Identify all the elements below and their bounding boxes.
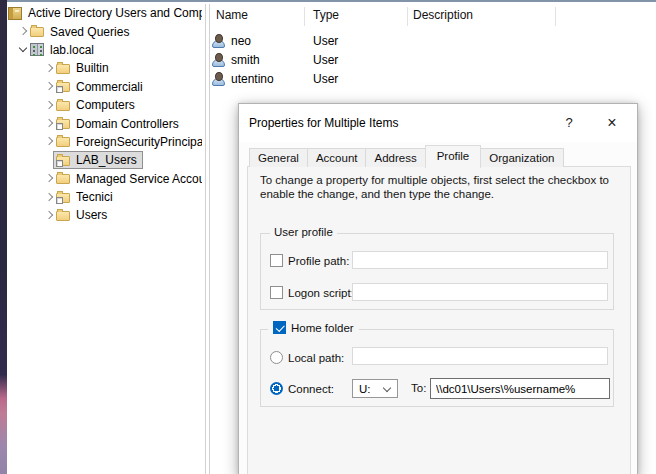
column-header-description[interactable]: Description	[413, 7, 473, 24]
chevron-right-icon[interactable]	[43, 99, 56, 112]
user-icon	[212, 53, 225, 67]
console-root-icon	[8, 7, 22, 20]
list-row-utentino[interactable]: utentino User	[211, 69, 656, 88]
local-path-row: Local path:	[270, 351, 344, 364]
user-icon	[212, 34, 225, 48]
tree-item-domain-controllers[interactable]: Domain Controllers	[8, 114, 202, 132]
column-separator[interactable]	[555, 7, 556, 26]
panel-divider	[209, 4, 210, 474]
profile-tab-page: To change a property for multiple object…	[247, 166, 631, 474]
folder-icon	[56, 101, 70, 111]
window-top-border	[0, 0, 656, 2]
profile-path-label: Profile path:	[288, 255, 349, 267]
group-label: User profile	[270, 226, 337, 238]
dialog-titlebar[interactable]: Properties for Multiple Items ? ×	[239, 104, 637, 142]
folder-icon	[56, 137, 70, 147]
folder-icon	[56, 174, 70, 184]
ou-folder-icon	[56, 119, 70, 129]
home-folder-label: Home folder	[291, 322, 354, 334]
user-name: utentino	[231, 72, 274, 86]
instruction-text: To change a property for multiple object…	[260, 173, 620, 201]
ou-folder-icon	[56, 156, 70, 166]
user-name: neo	[231, 34, 251, 48]
profile-path-row: Profile path:	[270, 254, 349, 267]
user-profile-group: User profile Profile path: Logon script:	[260, 233, 614, 310]
ou-folder-icon	[56, 193, 70, 203]
home-folder-group: Home folder Local path: Connect: U: To:	[260, 329, 614, 407]
home-folder-checkbox[interactable]	[273, 321, 286, 334]
chevron-slot	[43, 154, 56, 167]
tab-profile[interactable]: Profile	[425, 145, 482, 168]
local-path-label: Local path:	[288, 352, 344, 364]
logon-script-label: Logon script:	[288, 287, 354, 299]
chevron-right-icon[interactable]	[43, 135, 56, 148]
logon-script-input[interactable]	[352, 283, 608, 301]
chevron-right-icon[interactable]	[43, 62, 56, 75]
user-type: User	[313, 53, 338, 67]
properties-dialog: Properties for Multiple Items ? × Genera…	[238, 103, 638, 474]
logon-script-checkbox[interactable]	[270, 286, 283, 299]
tree-item-computers[interactable]: Computers	[8, 96, 202, 114]
tab-address[interactable]: Address	[365, 148, 425, 167]
folder-icon	[56, 211, 70, 221]
logon-script-row: Logon script:	[270, 286, 354, 299]
tree-item-tecnici[interactable]: Tecnici	[8, 188, 202, 206]
user-type: User	[313, 34, 338, 48]
tree-item-commerciali[interactable]: Commerciali	[8, 78, 202, 96]
folder-icon	[56, 64, 70, 74]
local-path-radio[interactable]	[270, 351, 283, 364]
connect-radio[interactable]	[270, 382, 283, 395]
selected-tree-item-highlight: LAB_Users	[53, 151, 143, 169]
chevron-right-icon[interactable]	[43, 80, 56, 93]
tree-item-foreign-security-principals[interactable]: ForeignSecurityPrincipals	[8, 133, 202, 151]
aduc-window: { "window": { "top_border_color": "#8294…	[0, 0, 656, 474]
tree-item-lab-local[interactable]: lab.local	[8, 41, 202, 59]
tab-strip: General Account Address Profile Organiza…	[249, 144, 563, 167]
desktop-wallpaper-strip	[0, 0, 7, 474]
chevron-down-icon[interactable]	[17, 43, 30, 56]
help-button[interactable]: ?	[556, 111, 582, 135]
user-type: User	[313, 72, 338, 86]
console-tree: Active Directory Users and Computers Sav…	[8, 4, 202, 472]
chevron-right-icon[interactable]	[43, 191, 56, 204]
connect-row: Connect:	[270, 382, 334, 395]
chevron-right-icon[interactable]	[43, 117, 56, 130]
column-header-name[interactable]: Name	[216, 7, 248, 24]
ou-folder-icon	[56, 82, 70, 92]
tab-account[interactable]: Account	[307, 148, 367, 167]
tree-item-builtin[interactable]: Builtin	[8, 59, 202, 77]
drive-letter-value: U:	[359, 383, 371, 395]
tree-item-managed-service-accounts[interactable]: Managed Service Accounts	[8, 170, 202, 188]
user-icon	[212, 72, 225, 86]
column-separator[interactable]	[304, 7, 305, 26]
folder-icon	[30, 27, 44, 37]
chevron-right-icon[interactable]	[17, 25, 30, 38]
home-folder-legend: Home folder	[268, 321, 359, 334]
drive-letter-select[interactable]: U:	[352, 379, 398, 398]
tab-general[interactable]: General	[249, 148, 308, 167]
profile-path-input[interactable]	[352, 251, 608, 269]
profile-path-checkbox[interactable]	[270, 254, 283, 267]
chevron-right-icon[interactable]	[43, 172, 56, 185]
list-row-smith[interactable]: smith User	[211, 50, 656, 69]
to-label: To:	[411, 382, 426, 394]
domain-icon	[30, 43, 44, 56]
user-name: smith	[231, 53, 260, 67]
tree-item-saved-queries[interactable]: Saved Queries	[8, 22, 202, 40]
local-path-input[interactable]	[352, 347, 608, 365]
tab-organization[interactable]: Organization	[480, 148, 563, 167]
tree-item-users[interactable]: Users	[8, 206, 202, 224]
connect-label: Connect:	[288, 383, 334, 395]
tree-item-lab-users[interactable]: LAB_Users	[8, 151, 202, 169]
list-row-neo[interactable]: neo User	[211, 31, 656, 50]
tree-item-root[interactable]: Active Directory Users and Computers	[8, 4, 202, 22]
dialog-title: Properties for Multiple Items	[249, 116, 398, 130]
panel-divider[interactable]	[205, 4, 206, 474]
chevron-right-icon[interactable]	[43, 209, 56, 222]
column-header-type[interactable]: Type	[313, 7, 339, 24]
home-folder-path-input[interactable]	[430, 378, 610, 399]
column-separator[interactable]	[407, 7, 408, 26]
close-button[interactable]: ×	[599, 111, 625, 135]
